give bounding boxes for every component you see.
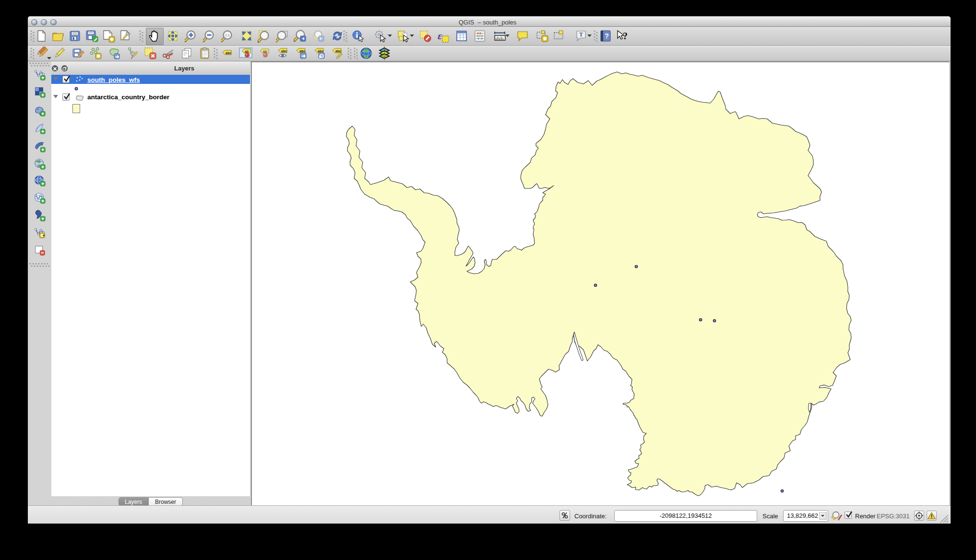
svg-text:abc: abc: [335, 49, 341, 53]
svg-text:abc: abc: [226, 51, 231, 55]
svg-text:?: ?: [623, 31, 628, 41]
svg-text:1:1: 1:1: [225, 34, 230, 37]
svg-text:abc: abc: [318, 49, 323, 53]
svg-text:T: T: [579, 31, 583, 38]
svg-text:ab: ab: [263, 50, 267, 53]
svg-text:ε: ε: [438, 30, 442, 42]
svg-text:abc: abc: [299, 49, 305, 53]
svg-text:?: ?: [605, 32, 609, 40]
svg-text:abc: abc: [281, 49, 287, 53]
svg-text:ab: ab: [245, 50, 249, 53]
